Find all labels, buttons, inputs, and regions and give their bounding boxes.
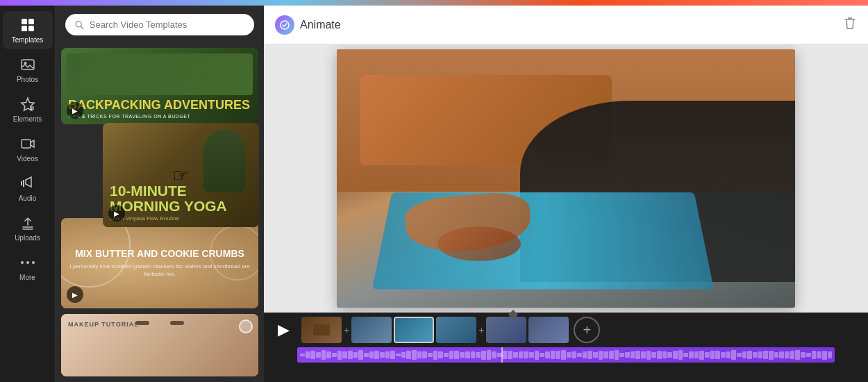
sidebar-item-more[interactable]: More (3, 249, 53, 287)
sidebar-label-videos: Videos (17, 155, 37, 163)
makeup-title: MAKEUP TUTORIAL (68, 321, 251, 328)
trash-button[interactable] (843, 15, 857, 34)
yoga-sub: Learn Vinyasa Flow Routine (110, 215, 252, 222)
backpacking-title: BACKPACKING ADVENTURES (68, 99, 251, 113)
clip-thumb-6[interactable] (528, 317, 569, 343)
animate-left: Animate (275, 15, 341, 35)
svg-point-5 (24, 62, 26, 65)
animate-bar: Animate (264, 6, 868, 44)
sidebar: Templates Photos Elements (0, 6, 56, 382)
clip-thumb-2[interactable] (351, 317, 392, 343)
svg-rect-6 (30, 106, 34, 110)
template-card-cookie[interactable]: MIX BUTTER AND COOKIE CRUMBS I personall… (61, 218, 258, 308)
sidebar-item-uploads[interactable]: Uploads (3, 209, 53, 247)
clip-thumb-3[interactable] (394, 317, 434, 343)
cookie-play-btn[interactable]: ▶ (67, 286, 83, 303)
svg-point-11 (26, 261, 29, 264)
svg-rect-2 (22, 26, 27, 31)
sidebar-label-audio: Audio (19, 194, 37, 202)
clip-thumb-5[interactable] (486, 317, 526, 343)
sidebar-item-videos[interactable]: Videos (3, 130, 53, 168)
yoga-title: 10-MINUTE MORNING YOGA (110, 183, 252, 214)
waveform-inner (297, 347, 835, 363)
sidebar-item-elements[interactable]: Elements (3, 90, 53, 128)
svg-line-14 (81, 26, 83, 29)
sidebar-item-templates[interactable]: Templates (3, 11, 53, 49)
play-button[interactable]: ▶ (272, 319, 294, 341)
templates-icon (19, 17, 36, 33)
svg-rect-7 (22, 140, 31, 148)
template-card-makeup[interactable]: MAKEUP TUTORIAL (61, 314, 258, 376)
cookie-body: I personally love crushed graham cracker… (68, 263, 251, 278)
template-card-backpacking[interactable]: BACKPACKING ADVENTURES TIPS & TRICKS FOR… (61, 48, 258, 124)
plus-connector-1: + (344, 324, 349, 335)
backpacking-sub: TIPS & TRICKS FOR TRAVELING ON A BUDGET (68, 114, 251, 119)
templates-panel: BACKPACKING ADVENTURES TIPS & TRICKS FOR… (56, 6, 264, 382)
yoga-play-btn[interactable]: ▶ (108, 205, 125, 222)
waveform-row (269, 347, 862, 363)
sidebar-label-more: More (19, 274, 35, 281)
template-card-yoga[interactable]: ☞ 10-MINUTE MORNING YOGA Learn Vinyasa F… (103, 123, 259, 227)
search-icon (75, 20, 84, 30)
audio-icon (19, 175, 36, 192)
svg-rect-3 (28, 26, 34, 31)
animate-icon (275, 15, 294, 35)
clip-thumb-1[interactable] (301, 317, 342, 343)
timeline-controls: ▶ + + (269, 317, 862, 343)
cookie-title: MIX BUTTER AND COOKIE CRUMBS (75, 248, 244, 260)
search-bar[interactable] (65, 14, 254, 35)
search-input[interactable] (90, 19, 244, 30)
sidebar-label-elements: Elements (13, 115, 42, 123)
backpacking-play-btn[interactable]: ▶ (67, 102, 83, 119)
sidebar-label-uploads: Uploads (15, 234, 40, 242)
plus-connector-2: + (478, 324, 484, 335)
svg-point-12 (32, 261, 35, 264)
videos-icon (19, 135, 36, 152)
templates-grid: BACKPACKING ADVENTURES TIPS & TRICKS FOR… (56, 48, 264, 382)
top-gradient-bar (0, 0, 868, 6)
main-layout: Templates Photos Elements (0, 6, 868, 382)
canvas-frame (337, 49, 795, 308)
clips-container: + + + (301, 317, 860, 343)
animate-label: Animate (300, 19, 341, 31)
waveform-bar (297, 347, 835, 363)
uploads-icon (19, 215, 36, 231)
svg-rect-0 (22, 19, 27, 24)
svg-point-10 (21, 261, 24, 264)
timeline-area: ▶ + + (264, 313, 868, 382)
svg-rect-1 (28, 19, 34, 24)
clip-thumb-4[interactable] (436, 317, 476, 343)
sidebar-item-audio[interactable]: Audio (3, 169, 53, 208)
sidebar-label-photos: Photos (17, 76, 38, 83)
add-clip-button[interactable]: + (574, 317, 600, 343)
more-icon (19, 254, 36, 271)
editor-area: Animate (264, 6, 868, 382)
elements-icon (19, 96, 36, 113)
sidebar-item-photos[interactable]: Photos (3, 51, 53, 89)
photos-icon (19, 56, 36, 73)
sidebar-label-templates: Templates (12, 36, 44, 44)
panel-header (56, 6, 264, 48)
canvas-container (264, 44, 868, 313)
yoga-card-container: ☞ 10-MINUTE MORNING YOGA Learn Vinyasa F… (61, 123, 258, 213)
